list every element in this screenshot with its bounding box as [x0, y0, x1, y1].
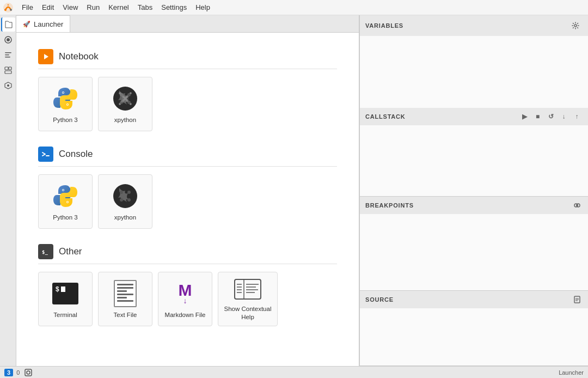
- card-console-xpython[interactable]: xpython: [98, 174, 152, 229]
- terminal-icon: $: [51, 279, 79, 308]
- menu-edit[interactable]: Edit: [38, 2, 58, 13]
- variables-title: VARIABLES: [365, 22, 403, 29]
- menu-run[interactable]: Run: [82, 2, 104, 13]
- svg-rect-9: [5, 67, 8, 70]
- sidebar-icon-commands[interactable]: [1, 48, 15, 62]
- section-other-header: $_ Other: [38, 244, 337, 264]
- variables-header: VARIABLES: [360, 15, 588, 36]
- xpython-icon: [111, 84, 139, 113]
- card-contextual-help[interactable]: Show Contextual Help: [218, 272, 278, 326]
- section-other: $_ Other $: [38, 244, 337, 326]
- statusbar-right: Launcher: [559, 369, 584, 376]
- launcher-content: Notebook: [16, 33, 359, 366]
- svg-point-32: [127, 191, 131, 194]
- card-markdown[interactable]: M ↓ Markdown File: [158, 272, 212, 326]
- svg-point-2: [10, 9, 12, 11]
- breakpoints-link-button[interactable]: [572, 200, 583, 211]
- svg-point-3: [8, 4, 9, 5]
- svg-text:$_: $_: [42, 249, 48, 255]
- card-notebook-xpython[interactable]: xpython: [98, 77, 152, 131]
- sidebar: [0, 15, 16, 366]
- callstack-stop-button[interactable]: ■: [532, 111, 543, 122]
- callstack-step-up-button[interactable]: ↑: [572, 111, 583, 122]
- card-console-python3-label: Python 3: [53, 214, 77, 222]
- python3-icon: [51, 84, 79, 113]
- breakpoints-header: BREAKPOINTS: [360, 197, 588, 214]
- card-notebook-python3[interactable]: Python 3: [38, 77, 93, 131]
- statusbar: 3 0 Launcher: [0, 366, 588, 378]
- card-notebook-python3-label: Python 3: [53, 116, 77, 124]
- tab-launcher[interactable]: 🚀 Launcher: [16, 15, 70, 32]
- callstack-section: CALLSTACK ▶ ■ ↺ ↓ ↑: [360, 108, 588, 197]
- svg-point-29: [67, 202, 68, 203]
- callstack-play-button[interactable]: ▶: [519, 111, 530, 122]
- section-notebook: Notebook: [38, 49, 337, 131]
- breakpoints-content: [360, 214, 588, 290]
- svg-rect-10: [9, 67, 11, 70]
- callstack-step-over-button[interactable]: ↓: [559, 111, 569, 122]
- menubar: File Edit View Run Kernel Tabs Settings …: [0, 0, 588, 15]
- notebook-cards: Python 3: [38, 77, 337, 131]
- variables-gear-button[interactable]: [568, 19, 583, 33]
- svg-point-47: [574, 25, 577, 27]
- markdown-icon: M ↓: [171, 279, 199, 308]
- card-console-python3[interactable]: Python 3: [38, 174, 93, 229]
- section-console: Console: [38, 147, 337, 229]
- svg-point-31: [120, 191, 123, 194]
- callstack-content: [360, 125, 588, 196]
- card-textfile[interactable]: Text File: [98, 272, 152, 326]
- content-area: 🚀 Launcher: [16, 15, 588, 366]
- statusbar-icon-button[interactable]: [23, 367, 34, 378]
- menu-kernel[interactable]: Kernel: [104, 2, 133, 13]
- svg-rect-37: [235, 279, 261, 299]
- svg-rect-55: [25, 369, 32, 376]
- variables-content: [360, 36, 588, 109]
- card-console-xpython-label: xpython: [114, 214, 136, 222]
- svg-point-5: [7, 38, 10, 41]
- other-section-icon: $_: [38, 244, 53, 259]
- main-layout: 🚀 Launcher: [0, 15, 588, 366]
- source-section: SOURCE: [360, 291, 588, 366]
- variables-section: VARIABLES: [360, 15, 588, 108]
- sidebar-icon-extensions[interactable]: [1, 78, 15, 93]
- menu-help[interactable]: Help: [191, 2, 215, 13]
- svg-point-27: [63, 190, 64, 191]
- section-console-header: Console: [38, 147, 337, 167]
- svg-point-56: [27, 371, 30, 374]
- menu-tabs[interactable]: Tabs: [133, 2, 157, 13]
- statusbar-left: 3 0: [4, 367, 34, 378]
- card-markdown-label: Markdown File: [165, 311, 206, 319]
- textfile-icon: [111, 279, 139, 308]
- sidebar-icon-running[interactable]: [1, 33, 15, 47]
- contextual-help-icon: [234, 277, 262, 302]
- tab-launcher-label: Launcher: [34, 20, 63, 28]
- svg-point-16: [63, 92, 64, 93]
- statusbar-launcher-label: Launcher: [559, 369, 584, 376]
- card-notebook-xpython-label: xpython: [114, 116, 136, 124]
- console-section-icon: [38, 147, 53, 162]
- console-cards: Python 3: [38, 174, 337, 229]
- menu-settings[interactable]: Settings: [157, 2, 191, 13]
- callstack-title: CALLSTACK: [365, 113, 406, 120]
- console-xpython-icon: [111, 182, 139, 210]
- menu-view[interactable]: View: [58, 2, 82, 13]
- callstack-restart-button[interactable]: ↺: [546, 111, 556, 122]
- launcher-panel: 🚀 Launcher: [16, 15, 359, 366]
- console-section-title: Console: [59, 149, 93, 160]
- svg-rect-8: [5, 57, 10, 58]
- card-terminal[interactable]: $ Terminal: [38, 272, 93, 326]
- app-logo: [2, 2, 14, 14]
- source-header: SOURCE: [360, 291, 588, 308]
- right-panel: VARIABLES CALLSTACK ▶ ■: [359, 15, 588, 366]
- sidebar-icon-tabs[interactable]: [1, 63, 15, 77]
- source-link-button[interactable]: [572, 294, 583, 305]
- card-textfile-label: Text File: [114, 311, 137, 319]
- source-title: SOURCE: [365, 296, 394, 303]
- other-section-title: Other: [59, 246, 82, 257]
- menu-file[interactable]: File: [17, 2, 38, 13]
- sidebar-icon-files[interactable]: [1, 17, 15, 32]
- callstack-header: CALLSTACK ▶ ■ ↺ ↓ ↑: [360, 108, 588, 125]
- svg-rect-11: [5, 71, 11, 74]
- callstack-controls: ▶ ■ ↺ ↓ ↑: [519, 111, 583, 122]
- breakpoints-section: BREAKPOINTS: [360, 197, 588, 291]
